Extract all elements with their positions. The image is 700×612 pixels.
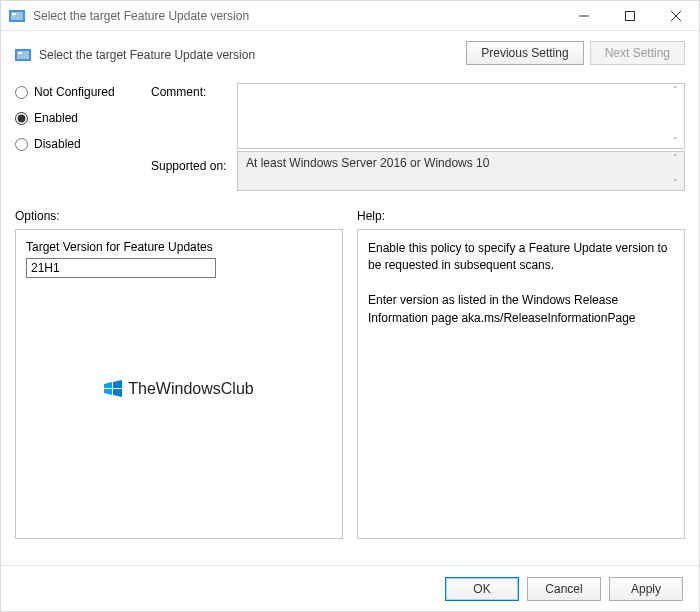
watermark-text: TheWindowsClub	[128, 380, 253, 398]
help-section-label: Help:	[357, 209, 685, 223]
cancel-button[interactable]: Cancel	[527, 577, 601, 601]
policy-icon	[15, 47, 31, 63]
policy-title-row: Select the target Feature Update version	[15, 41, 466, 63]
svg-marker-12	[104, 389, 112, 395]
radio-not-configured[interactable]: Not Configured	[15, 85, 145, 99]
app-icon	[9, 8, 25, 24]
minimize-button[interactable]	[561, 1, 607, 31]
help-paragraph-1: Enable this policy to specify a Feature …	[368, 240, 674, 275]
scroll-up-icon: ˄	[668, 154, 682, 163]
supported-on-box: At least Windows Server 2016 or Windows …	[237, 151, 685, 191]
ok-button[interactable]: OK	[445, 577, 519, 601]
previous-setting-button[interactable]: Previous Setting	[466, 41, 583, 65]
scroll-down-icon: ˅	[668, 137, 682, 146]
options-panel: Target Version for Feature Updates TheWi…	[15, 229, 343, 539]
scroll-down-icon: ˅	[668, 179, 682, 188]
window-title: Select the target Feature Update version	[33, 9, 249, 23]
svg-rect-4	[626, 11, 635, 20]
target-version-input[interactable]	[26, 258, 216, 278]
comment-label: Comment:	[151, 83, 231, 151]
svg-marker-13	[113, 389, 122, 397]
radio-enabled-input[interactable]	[15, 112, 28, 125]
maximize-button[interactable]	[607, 1, 653, 31]
watermark: TheWindowsClub	[16, 380, 342, 398]
window-controls	[561, 1, 699, 31]
comment-textarea[interactable]: ˄˅	[237, 83, 685, 149]
radio-disabled-label: Disabled	[34, 137, 81, 151]
radio-disabled-input[interactable]	[15, 138, 28, 151]
supported-on-value: At least Windows Server 2016 or Windows …	[246, 156, 489, 170]
close-button[interactable]	[653, 1, 699, 31]
svg-marker-11	[113, 380, 122, 388]
help-paragraph-2: Enter version as listed in the Windows R…	[368, 292, 674, 327]
radio-enabled-label: Enabled	[34, 111, 78, 125]
policy-name: Select the target Feature Update version	[39, 48, 255, 62]
svg-rect-2	[12, 13, 16, 15]
next-setting-button[interactable]: Next Setting	[590, 41, 685, 65]
svg-rect-9	[18, 52, 22, 54]
target-version-label: Target Version for Feature Updates	[26, 240, 332, 254]
state-radio-group: Not Configured Enabled Disabled	[15, 83, 145, 151]
scroll-up-icon: ˄	[668, 86, 682, 95]
radio-not-configured-label: Not Configured	[34, 85, 115, 99]
radio-disabled[interactable]: Disabled	[15, 137, 145, 151]
title-bar: Select the target Feature Update version	[1, 1, 699, 31]
help-panel: Enable this policy to specify a Feature …	[357, 229, 685, 539]
supported-on-label: Supported on:	[151, 151, 231, 173]
watermark-icon	[104, 380, 122, 398]
apply-button[interactable]: Apply	[609, 577, 683, 601]
comment-scroll[interactable]: ˄˅	[668, 86, 682, 146]
radio-not-configured-input[interactable]	[15, 86, 28, 99]
dialog-footer: OK Cancel Apply	[1, 565, 699, 611]
options-section-label: Options:	[15, 209, 343, 223]
supported-scroll[interactable]: ˄˅	[668, 154, 682, 188]
svg-marker-10	[104, 382, 112, 388]
radio-enabled[interactable]: Enabled	[15, 111, 145, 125]
